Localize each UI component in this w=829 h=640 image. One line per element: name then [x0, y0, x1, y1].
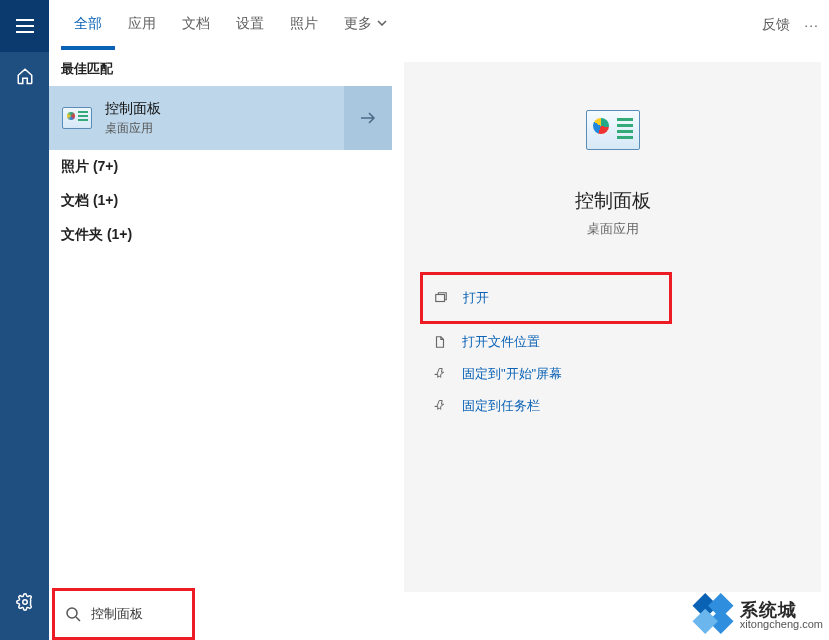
- search-icon-col: [55, 606, 91, 622]
- open-icon: [433, 290, 449, 306]
- tab-all[interactable]: 全部: [61, 0, 115, 50]
- hamburger-icon: [16, 19, 34, 33]
- result-icon-col: [49, 107, 105, 129]
- action-pin-taskbar[interactable]: 固定到任务栏: [422, 390, 821, 422]
- category-folders[interactable]: 文件夹 (1+): [49, 218, 392, 252]
- tab-photos[interactable]: 照片: [277, 0, 331, 50]
- result-title: 控制面板: [105, 100, 344, 118]
- result-subtitle: 桌面应用: [105, 120, 344, 137]
- settings-button[interactable]: [0, 578, 49, 626]
- results-panel: 最佳匹配 控制面板 桌面应用 照片 (7+) 文档 (1+) 文件夹 (1+): [49, 50, 392, 588]
- pin-start-icon: [432, 366, 448, 382]
- action-label: 固定到"开始"屏幕: [462, 365, 562, 383]
- feedback-link[interactable]: 反馈: [750, 16, 802, 34]
- pin-taskbar-icon: [432, 398, 448, 414]
- preview-subtitle: 桌面应用: [587, 220, 639, 238]
- search-input[interactable]: [91, 607, 185, 622]
- svg-point-2: [67, 608, 77, 618]
- best-match-header: 最佳匹配: [49, 50, 392, 86]
- search-icon: [65, 606, 81, 622]
- result-text-col: 控制面板 桌面应用: [105, 100, 344, 137]
- file-location-icon: [432, 334, 448, 350]
- preview-panel: 控制面板 桌面应用 打开 打开文件位置 固定到"开始"屏幕 固定到任务栏: [404, 62, 821, 592]
- cortana-sidebar: [0, 0, 49, 640]
- filter-tabs: 全部 应用 文档 设置 照片 更多 反馈 ···: [49, 0, 829, 50]
- tab-apps[interactable]: 应用: [115, 0, 169, 50]
- arrow-right-icon: [360, 112, 376, 124]
- chevron-down-icon: [377, 20, 387, 26]
- category-photos[interactable]: 照片 (7+): [49, 150, 392, 184]
- search-bar[interactable]: [52, 588, 195, 640]
- preview-title: 控制面板: [575, 188, 651, 214]
- home-icon: [16, 67, 34, 85]
- svg-rect-1: [436, 295, 445, 302]
- watermark-cn: 系统城: [740, 601, 823, 619]
- tab-documents[interactable]: 文档: [169, 0, 223, 50]
- expand-button[interactable]: [344, 86, 392, 150]
- menu-button[interactable]: [0, 0, 49, 52]
- watermark-en: xitongcheng.com: [740, 619, 823, 630]
- home-button[interactable]: [0, 52, 49, 100]
- action-label: 固定到任务栏: [462, 397, 540, 415]
- action-label: 打开文件位置: [462, 333, 540, 351]
- category-documents[interactable]: 文档 (1+): [49, 184, 392, 218]
- action-open-file-location[interactable]: 打开文件位置: [422, 326, 821, 358]
- action-pin-start[interactable]: 固定到"开始"屏幕: [422, 358, 821, 390]
- tab-more[interactable]: 更多: [331, 0, 400, 50]
- tab-more-label: 更多: [344, 0, 372, 46]
- watermark: 系统城 xitongcheng.com: [692, 594, 823, 636]
- tab-settings[interactable]: 设置: [223, 0, 277, 50]
- svg-point-0: [22, 600, 27, 605]
- watermark-text: 系统城 xitongcheng.com: [740, 601, 823, 630]
- control-panel-icon: [62, 107, 92, 129]
- best-match-control-panel[interactable]: 控制面板 桌面应用: [49, 86, 392, 150]
- gear-icon: [16, 593, 34, 611]
- control-panel-large-icon: [586, 110, 640, 150]
- action-open[interactable]: 打开: [420, 272, 672, 324]
- action-list: 打开 打开文件位置 固定到"开始"屏幕 固定到任务栏: [404, 238, 821, 422]
- watermark-logo-icon: [683, 585, 742, 640]
- action-label: 打开: [463, 289, 489, 307]
- more-options-button[interactable]: ···: [802, 17, 829, 33]
